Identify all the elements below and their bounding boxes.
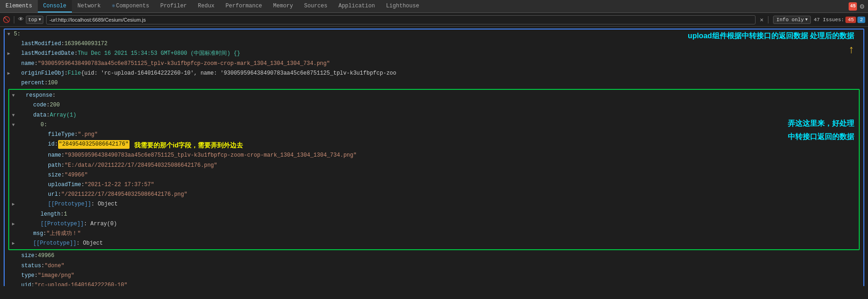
line-name: name: "93005959643849​0783aa45c6e8751125… <box>5 59 863 69</box>
expand-lastmodifieddate-icon[interactable]: ▶ <box>7 50 10 58</box>
line-uploadtime: uploadTime: "2021-12-22 17:37:57" <box>9 180 859 190</box>
line-lastmodifieddate: ▶ lastModifiedDate: Thu Dec 16 2021 15:3… <box>5 49 863 59</box>
tab-lighthouse[interactable]: Lighthouse <box>380 0 425 12</box>
line-length-1: length: 1 <box>9 210 859 219</box>
line-originfileobj: ▶ originFileObj: File {uid: 'rc-upload-1… <box>5 69 396 78</box>
expand-response-icon[interactable]: ▼ <box>12 92 15 100</box>
id-value: "2849540325086642176" <box>58 140 130 149</box>
line-type: type: "image/png" <box>5 271 863 281</box>
green-outline-box: ▼ response: code: 200 ▼ data: Array(1) ▼… <box>8 89 860 250</box>
line-uid: uid: "rc-upload-1640164222260-10" <box>5 281 863 286</box>
info-only-selector[interactable]: Info only ▼ <box>773 16 811 24</box>
tab-sources[interactable]: Sources <box>299 0 333 12</box>
settings-icon[interactable]: ⚙ <box>860 2 864 11</box>
issues-badge: 45 <box>849 2 857 11</box>
console-bar: 🚫 👁 top ▼ ✕ Info only ▼ 47 Issues: 45 2 <box>0 13 868 27</box>
line-response: ▼ response: <box>9 91 859 100</box>
tab-application[interactable]: Application <box>333 0 380 12</box>
url-filter-input[interactable] <box>46 15 755 24</box>
line-path: path: "E:/data//20211222/17/284954032508… <box>9 161 859 170</box>
line-url: url: "/20211222/17/2849540325086642176.p… <box>9 190 859 199</box>
clear-url-icon[interactable]: ✕ <box>760 16 764 23</box>
clear-console-button[interactable]: 🚫 <box>3 16 10 23</box>
line-filetype: fileType: ".png" <box>9 130 859 140</box>
line-proto-obj-response: ▶ [[Prototype]]: Object <box>9 239 859 248</box>
line-5: ▼ 5: <box>5 29 863 39</box>
tab-elements[interactable]: Elements <box>0 0 38 12</box>
line-proto-obj-inner: ▶ [[Prototype]]: Object <box>9 199 859 209</box>
line-id: id: "2849540325086642176" 我需要的那个id字段，需要弄… <box>9 140 859 151</box>
eye-icon[interactable]: 👁 <box>18 16 24 23</box>
expand-proto-response-icon[interactable]: ▶ <box>12 240 15 247</box>
line-percent: percent: 100 <box>5 78 863 88</box>
tab-memory[interactable]: Memory <box>268 0 299 12</box>
expand-originfileobj-icon[interactable]: ▶ <box>7 70 10 77</box>
blue-issues-badge: 2 <box>857 17 865 23</box>
expand-5-icon[interactable]: ▼ <box>7 31 10 38</box>
tab-profiler[interactable]: Profiler <box>155 0 193 12</box>
tab-redux[interactable]: Redux <box>192 0 220 12</box>
tab-console[interactable]: Console <box>38 0 72 12</box>
line-data-array: ▼ data: Array(1) <box>9 111 859 120</box>
line-msg: msg: "上传成功！" <box>9 229 859 239</box>
tab-network[interactable]: Network <box>72 0 106 12</box>
line-lastmodified: lastModified: 1639640093172 <box>5 39 863 49</box>
tab-performance[interactable]: Performance <box>220 0 267 12</box>
tab-components[interactable]: ⚛Components <box>106 0 154 12</box>
line-0: ▼ 0: <box>9 120 859 130</box>
blue-outline-box: ▼ 5: lastModified: 1639640093172 ▶ lastM… <box>4 29 864 286</box>
line-response-name: name: "93005959643849​0783aa45c6e8751125… <box>9 151 859 160</box>
console-output: ▼ 5: lastModified: 1639640093172 ▶ lastM… <box>0 27 868 286</box>
annotation-id: 我需要的那个id字段，需要弄到外边去 <box>134 140 243 150</box>
devtools-tab-bar: Elements Console Network ⚛Components Pro… <box>0 0 868 13</box>
line-size-inner: size: "49966" <box>9 170 859 180</box>
expand-proto-inner-icon[interactable]: ▶ <box>12 201 15 208</box>
expand-proto-array-icon[interactable]: ▶ <box>12 221 15 228</box>
issues-count-display: 47 Issues: 45 2 <box>814 17 865 23</box>
line-code: code: 200 <box>9 100 859 110</box>
expand-data-icon[interactable]: ▼ <box>12 112 15 119</box>
line-size-outer: size: 49966 <box>5 251 863 261</box>
red-issues-badge: 45 <box>845 17 856 23</box>
line-proto-array: ▶ [[Prototype]]: Array(0) <box>9 219 859 229</box>
context-selector[interactable]: top ▼ <box>26 16 43 24</box>
expand-0-icon[interactable]: ▼ <box>12 122 15 129</box>
line-status: status: "done" <box>5 261 863 271</box>
